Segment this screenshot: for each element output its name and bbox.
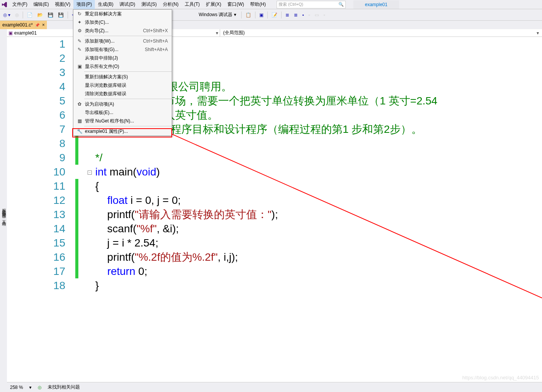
dd-item-icon: ✿ — [76, 101, 83, 107]
dd-item-label: 类向导(Z)... — [83, 28, 143, 34]
uncomment-button[interactable]: ▫ — [307, 12, 312, 18]
dd-item-label: example01 属性(P)... — [83, 128, 168, 135]
separator-icon — [267, 12, 268, 18]
menu-analyze[interactable]: 分析(N) — [160, 0, 182, 9]
back-button[interactable]: ◎ ▾ — [2, 12, 12, 18]
tb-icon[interactable]: 📋 — [244, 12, 253, 18]
dd-item-label: 显示浏览数据库错误 — [83, 82, 168, 89]
pin-icon[interactable]: 📌 — [35, 23, 40, 27]
dd-item[interactable]: 清除浏览数据库错误 — [73, 89, 172, 98]
dd-item-label: 重定目标解决方案 — [83, 11, 168, 17]
dd-item-label: 清除浏览数据库错误 — [83, 91, 168, 97]
dd-item-shortcut: Ctrl+Shift+X — [143, 28, 169, 33]
dd-item-icon: ▦ — [76, 118, 83, 124]
dd-item[interactable]: 从项目中排除(J) — [73, 54, 172, 62]
dd-item-icon: 🔧 — [76, 129, 83, 134]
comment-button[interactable]: ▪ — [301, 12, 305, 18]
save-all-button[interactable]: 💾 — [56, 12, 65, 18]
chevron-down-icon[interactable]: ▾ — [29, 385, 31, 390]
save-button[interactable]: 💾 — [46, 12, 55, 18]
project-label[interactable]: example01 — [353, 0, 399, 9]
dd-item[interactable]: ▦管理 NuGet 程序包(N)... — [73, 117, 172, 125]
search-input[interactable]: 搜索 (Ctrl+Q) 🔍 — [277, 1, 346, 8]
sidebar-left[interactable]: 服务器资源管理器 工具箱 — [0, 29, 7, 392]
watermark: https://blog.csdn.net/qq_44094415 — [462, 375, 539, 380]
separator-icon — [68, 12, 68, 18]
menu-help[interactable]: 帮助(H) — [247, 0, 269, 9]
dd-item-label: 添加现有项(G)... — [83, 46, 145, 53]
close-icon[interactable]: × — [42, 22, 45, 28]
nav-scope[interactable]: (全局范围) — [223, 30, 245, 36]
dd-item[interactable]: ✎添加新项(W)...Ctrl+Shift+A — [73, 37, 172, 45]
dd-item[interactable]: ✎添加现有项(G)...Shift+Alt+A — [73, 45, 172, 54]
file-tab[interactable]: example001.c* 📌 × — [0, 21, 47, 29]
project-dropdown: ↻重定目标解决方案✦添加类(C)...⚙类向导(Z)...Ctrl+Shift+… — [73, 9, 172, 136]
dd-item-label: 从项目中排除(J) — [83, 55, 168, 61]
dd-item-shortcut: Ctrl+Shift+A — [143, 38, 169, 44]
open-button[interactable]: 📂 — [36, 12, 45, 18]
status-bar: 258 % ▾ ◎ 未找到相关问题 — [7, 382, 542, 392]
menu-view[interactable]: 视图(V) — [52, 0, 73, 9]
status-ok-icon: ◎ — [38, 385, 41, 390]
dd-item-icon: ✦ — [76, 20, 83, 25]
dd-item-icon: ⚙ — [76, 28, 83, 33]
dd-item-label: 设为启动项(A) — [83, 101, 168, 108]
dd-item[interactable]: ✿设为启动项(A) — [73, 100, 172, 108]
dd-item-label: 重新扫描解决方案(S) — [83, 74, 168, 80]
zoom-level[interactable]: 258 % — [10, 385, 23, 390]
separator-icon — [281, 12, 282, 18]
new-project-button[interactable]: 📄 — [25, 12, 34, 18]
menu-window[interactable]: 窗口(W) — [224, 0, 247, 9]
dd-item-icon: ▣ — [76, 64, 83, 69]
dd-item-label: 添加类(C)... — [83, 19, 168, 26]
bookmark-button[interactable]: ▭ — [313, 12, 320, 18]
dd-item-label: 管理 NuGet 程序包(N)... — [83, 118, 168, 124]
dd-item-icon: ✎ — [76, 38, 83, 44]
nav-project: example01 — [14, 30, 37, 36]
dd-item[interactable]: 重新扫描解决方案(S) — [73, 73, 172, 81]
dd-item[interactable]: 🔧example01 属性(P)... — [73, 127, 172, 136]
menu-project[interactable]: 项目(P) — [73, 0, 95, 9]
dd-item[interactable]: ✦添加类(C)... — [73, 18, 172, 26]
menu-test[interactable]: 测试(S) — [138, 0, 160, 9]
debugger-dropdown[interactable]: Windows 调试器 ▾ — [196, 10, 239, 19]
fold-button[interactable]: − — [88, 170, 92, 175]
tab-filename: example001.c* — [2, 22, 33, 28]
dd-item-icon: ↻ — [76, 11, 83, 17]
chevron-down-icon[interactable]: ▾ — [216, 30, 218, 36]
menubar: 文件(F) 编辑(E) 视图(V) 项目(P) 生成(B) 调试(D) 测试(S… — [0, 0, 542, 9]
indent-button[interactable]: ≣ — [284, 12, 291, 18]
dd-item[interactable]: ↻重定目标解决方案 — [73, 10, 172, 18]
dd-item-label: 导出模板(E)... — [83, 109, 168, 116]
dd-item[interactable]: 导出模板(E)... — [73, 108, 172, 117]
menu-tools[interactable]: 工具(T) — [182, 0, 203, 9]
menu-edit[interactable]: 编辑(E) — [30, 0, 52, 9]
tb-icon[interactable]: ▣ — [258, 12, 265, 18]
dd-item-icon: ✎ — [76, 47, 83, 52]
search-icon: 🔍 — [338, 2, 344, 7]
menu-file[interactable]: 文件(F) — [9, 0, 30, 9]
separator-icon — [23, 12, 23, 18]
dd-item[interactable]: ⚙类向导(Z)...Ctrl+Shift+X — [73, 26, 172, 35]
vs-logo-icon — [0, 0, 9, 9]
separator-icon — [241, 12, 242, 18]
separator-icon — [255, 12, 255, 18]
dd-item[interactable]: 显示浏览数据库错误 — [73, 81, 172, 89]
outdent-button[interactable]: ≣ — [292, 12, 299, 18]
menu-build[interactable]: 生成(B) — [95, 0, 116, 9]
forward-button[interactable]: ◎ — [13, 12, 20, 18]
tb-icon[interactable]: ▫ — [322, 12, 327, 18]
menu-debug[interactable]: 调试(D) — [116, 0, 138, 9]
tb-icon[interactable]: 📝 — [270, 12, 279, 18]
menu-extensions[interactable]: 扩展(X) — [203, 0, 224, 9]
search-placeholder: 搜索 (Ctrl+Q) — [278, 2, 303, 7]
dd-item[interactable]: ▣显示所有文件(O) — [73, 62, 172, 71]
line-gutter: 123456789101112131415161718 — [7, 37, 72, 382]
c-file-icon: ▣ — [8, 30, 13, 36]
dd-item-label: 显示所有文件(O) — [83, 63, 168, 70]
dd-item-shortcut: Shift+Alt+A — [145, 47, 169, 52]
dd-item-label: 添加新项(W)... — [83, 38, 143, 45]
status-issues: 未找到相关问题 — [48, 384, 80, 390]
chevron-down-icon[interactable]: ▾ — [537, 30, 539, 36]
